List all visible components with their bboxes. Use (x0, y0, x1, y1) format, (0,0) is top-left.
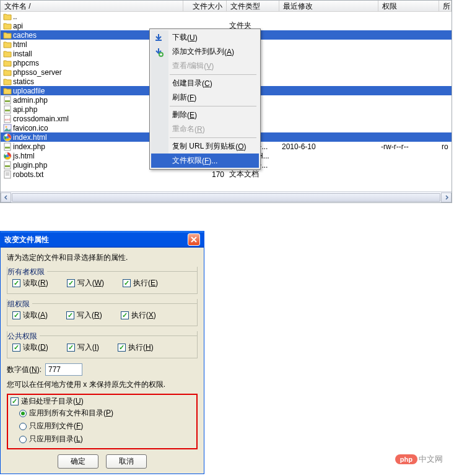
php-icon (3, 161, 12, 170)
public-permissions-group: 公共权限 读取(D) 写入(I) 执行(H) (7, 331, 198, 358)
chrome-icon (3, 152, 12, 160)
svg-point-7 (6, 126, 7, 128)
col-header-type[interactable]: 文件类型 (227, 1, 279, 11)
folder-icon (3, 31, 12, 40)
numeric-input[interactable] (45, 363, 82, 376)
file-name-text: uploadfile (13, 87, 45, 95)
file-attributes-dialog: 改变文件属性 请为选定的文件和目录选择新的属性. 所有者权限 读取(R) 写入(… (0, 231, 204, 474)
menu-addqueue[interactable]: 添加文件到队列(A) (168, 45, 259, 59)
svg-rect-15 (5, 165, 10, 167)
owner-write-checkbox[interactable]: 写入(W) (67, 278, 104, 288)
group-exec-checkbox[interactable]: 执行(X) (121, 310, 156, 321)
watermark-text: 中文网 (419, 454, 443, 465)
col-header-modified[interactable]: 最近修改 (279, 1, 378, 11)
file-name-text: api.php (13, 105, 37, 114)
file-name-cell: .. (1, 12, 183, 21)
file-owner-cell: ro (439, 142, 452, 151)
xml-icon: xml (3, 115, 12, 123)
file-size-cell: 170 (183, 170, 227, 179)
folder-icon (3, 77, 12, 86)
file-name-text: install (13, 50, 32, 58)
radio-icon (19, 410, 27, 417)
file-perm-cell: -rw-r--r-- (378, 142, 439, 151)
folder-icon (3, 22, 12, 30)
menu-filepermissions[interactable]: 文件权限(F)... (151, 154, 259, 168)
group-write-checkbox[interactable]: 写入(R) (66, 310, 102, 321)
checkbox-icon (67, 344, 75, 352)
add-queue-icon (154, 47, 164, 57)
ok-button[interactable]: 确定 (58, 454, 98, 469)
menu-separator (170, 106, 256, 106)
public-read-checkbox[interactable]: 读取(D) (12, 342, 48, 353)
file-name-text: crossdomain.xml (13, 115, 69, 123)
owner-permissions-group: 所有者权限 读取(R) 写入(W) 执行(E) (7, 267, 198, 294)
file-name-text: phpsso_server (13, 68, 62, 77)
recurse-highlight-box: 递归处理子目录(U) 应用到所有文件和目录(P) 只应用到文件(F) 只应用到目… (7, 394, 198, 449)
file-type-cell: 文本文档 (227, 169, 279, 180)
file-name-text: index.php (13, 142, 45, 151)
public-title: 公共权限 (7, 331, 40, 342)
file-row[interactable]: .. (1, 12, 452, 21)
owner-title: 所有者权限 (7, 267, 47, 277)
scroll-thumb[interactable] (12, 193, 440, 202)
checkbox-icon (12, 311, 20, 319)
menu-delete[interactable]: 删除(E) (168, 108, 259, 122)
checkbox-icon (118, 344, 126, 352)
scroll-left-arrow[interactable] (1, 193, 11, 202)
dialog-titlebar[interactable]: 改变文件属性 (1, 232, 204, 248)
folder-up-icon (3, 12, 12, 21)
menu-copyurl[interactable]: 复制 URL 到剪贴板(O) (168, 139, 259, 154)
permission-note: 您可以在任何地方使用 x 来保持原先文件的权限. (7, 379, 198, 390)
menu-viewedit: 查看/编辑 (V) (168, 59, 259, 73)
horizontal-scrollbar[interactable] (1, 191, 452, 202)
menu-mkdir[interactable]: 创建目录(C) (168, 76, 259, 90)
radio-icon (19, 423, 27, 430)
file-name-text: index.html (13, 133, 47, 142)
file-name-text: statics (13, 77, 34, 86)
group-read-checkbox[interactable]: 读取(A) (12, 310, 48, 321)
radio-icon (19, 436, 27, 443)
col-header-owner[interactable]: 所 (439, 1, 452, 11)
svg-rect-20 (155, 40, 162, 41)
owner-read-checkbox[interactable]: 读取(R) (12, 278, 48, 288)
file-name-cell: robots.txt (1, 170, 183, 179)
file-name-text: plugin.php (13, 161, 47, 170)
numeric-label: 数字值(N): (7, 365, 41, 375)
menu-refresh[interactable]: 刷新 (F) (168, 90, 259, 105)
svg-rect-1 (5, 100, 10, 102)
close-button[interactable] (188, 233, 200, 246)
scroll-right-arrow[interactable] (441, 193, 452, 202)
public-exec-checkbox[interactable]: 执行(H) (118, 342, 154, 353)
folder-icon (3, 68, 12, 77)
col-header-perm[interactable]: 权限 (378, 1, 439, 11)
checkbox-icon (121, 311, 129, 319)
file-name-text: .. (13, 12, 17, 21)
recurse-checkbox[interactable]: 递归处理子目录(U) (11, 396, 84, 407)
col-header-size[interactable]: 文件大小 (183, 1, 227, 11)
file-name-text: caches (13, 31, 37, 40)
file-modified-cell: 2010-6-10 (279, 142, 378, 151)
folder-icon (3, 40, 12, 49)
public-write-checkbox[interactable]: 写入(I) (67, 342, 99, 353)
folder-icon (3, 59, 12, 67)
svg-rect-3 (5, 110, 10, 111)
menu-download[interactable]: 下载(U) (168, 30, 259, 45)
dialog-title-text: 改变文件属性 (4, 235, 49, 245)
menu-rename: 重命名(R) (168, 122, 259, 136)
col-header-name[interactable]: 文件名 / (1, 1, 183, 11)
dialog-body: 请为选定的文件和目录选择新的属性. 所有者权限 读取(R) 写入(W) 执行(E… (1, 248, 204, 474)
checkbox-icon (12, 279, 20, 287)
file-row[interactable]: robots.txt170文本文档 (1, 170, 452, 179)
apply-all-radio[interactable]: 应用到所有文件和目录(P) (11, 407, 194, 420)
owner-exec-checkbox[interactable]: 执行(E) (123, 278, 158, 288)
menu-separator (170, 137, 256, 138)
group-title: 组权限 (7, 299, 32, 309)
checkbox-icon (66, 311, 74, 319)
apply-files-radio[interactable]: 只应用到文件(F) (11, 420, 194, 433)
menu-separator (170, 74, 256, 75)
file-name-text: html (13, 40, 27, 49)
file-browser: 文件名 / 文件大小 文件类型 最近修改 权限 所 ..api文件夹caches… (0, 0, 452, 203)
svg-rect-11 (5, 147, 10, 149)
cancel-button[interactable]: 取消 (106, 454, 147, 469)
apply-dirs-radio[interactable]: 只应用到目录(L) (11, 433, 194, 446)
